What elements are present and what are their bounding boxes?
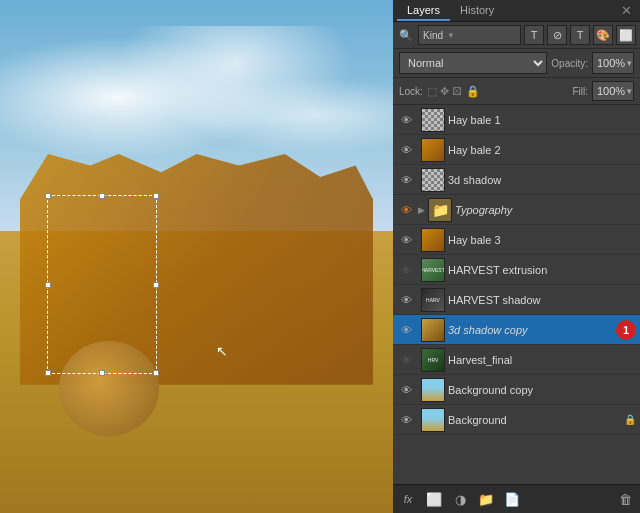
new-layer-button[interactable]: 📄 bbox=[501, 488, 523, 510]
fill-input[interactable]: 100% ▼ bbox=[592, 81, 634, 101]
layer-visibility-toggle[interactable]: 👁 bbox=[397, 291, 415, 309]
layer-name: Background copy bbox=[448, 384, 636, 396]
layer-row[interactable]: 👁▶📁Typography bbox=[393, 195, 640, 225]
kind-arrow: ▼ bbox=[447, 31, 455, 40]
layer-visibility-toggle[interactable]: 👁 bbox=[397, 351, 415, 369]
tab-history[interactable]: History bbox=[450, 1, 504, 21]
layer-thumbnail: HARV bbox=[421, 288, 445, 312]
filter-btn-3[interactable]: T bbox=[570, 25, 590, 45]
layer-thumbnail: 📁 bbox=[428, 198, 452, 222]
layer-name: Hay bale 3 bbox=[448, 234, 636, 246]
layer-visibility-toggle[interactable]: 👁 bbox=[397, 141, 415, 159]
layer-name: Typography bbox=[455, 204, 636, 216]
blend-bar: Normal Opacity: 100% ▼ bbox=[393, 49, 640, 78]
canvas-area: ↖ bbox=[0, 0, 393, 513]
layer-name: 3d shadow bbox=[448, 174, 636, 186]
filter-bar: 🔍 Kind ▼ T ⊘ T 🎨 ⬜ bbox=[393, 22, 640, 49]
layer-expand-arrow[interactable]: ▶ bbox=[418, 205, 425, 215]
layer-name: 3d shadow copy bbox=[448, 324, 613, 336]
panel-area: Layers History ✕ 🔍 Kind ▼ T ⊘ T 🎨 ⬜ Norm… bbox=[393, 0, 640, 513]
layer-thumbnail bbox=[421, 168, 445, 192]
layer-thumbnail bbox=[421, 318, 445, 342]
filter-btn-2[interactable]: ⊘ bbox=[547, 25, 567, 45]
lock-all-icon[interactable]: 🔒 bbox=[466, 85, 480, 98]
layer-thumbnail bbox=[421, 228, 445, 252]
layer-row[interactable]: 👁3d shadow bbox=[393, 165, 640, 195]
layer-visibility-toggle[interactable]: 👁 bbox=[397, 321, 415, 339]
layer-row[interactable]: 👁Hay bale 1 bbox=[393, 105, 640, 135]
layer-lock-icon: 🔒 bbox=[624, 414, 636, 425]
lock-artboard-icon[interactable]: ⛝ bbox=[452, 85, 463, 98]
layer-thumbnail: HARVEST bbox=[421, 258, 445, 282]
lock-label: Lock: bbox=[399, 86, 423, 97]
layer-thumbnail: HRV bbox=[421, 348, 445, 372]
panel-close-icon[interactable]: ✕ bbox=[617, 3, 636, 18]
hay-letters bbox=[20, 154, 374, 385]
layer-row[interactable]: 👁Hay bale 3 bbox=[393, 225, 640, 255]
filter-btn-4[interactable]: 🎨 bbox=[593, 25, 613, 45]
opacity-label: Opacity: bbox=[551, 58, 588, 69]
layer-name: Hay bale 1 bbox=[448, 114, 636, 126]
layer-row[interactable]: 👁HRVHarvest_final bbox=[393, 345, 640, 375]
layer-visibility-toggle[interactable]: 👁 bbox=[397, 201, 415, 219]
hay-bale bbox=[59, 341, 159, 436]
lock-icons: ⬚ ✥ ⛝ 🔒 bbox=[427, 85, 480, 98]
fill-arrow: ▼ bbox=[625, 87, 633, 96]
delete-button[interactable]: 🗑 bbox=[614, 488, 636, 510]
layer-row[interactable]: 👁Hay bale 2 bbox=[393, 135, 640, 165]
filter-btn-1[interactable]: T bbox=[524, 25, 544, 45]
lock-checker-icon[interactable]: ⬚ bbox=[427, 85, 437, 98]
tab-bar: Layers History ✕ bbox=[393, 0, 640, 22]
kind-filter[interactable]: Kind ▼ bbox=[418, 25, 521, 45]
new-group-button[interactable]: 📁 bbox=[475, 488, 497, 510]
layer-name: Background bbox=[448, 414, 621, 426]
layer-thumbnail bbox=[421, 138, 445, 162]
layer-visibility-toggle[interactable]: 👁 bbox=[397, 111, 415, 129]
kind-label: Kind bbox=[423, 30, 443, 41]
fill-label: Fill: bbox=[572, 86, 588, 97]
opacity-input[interactable]: 100% ▼ bbox=[592, 52, 634, 74]
layer-name: Hay bale 2 bbox=[448, 144, 636, 156]
layer-row[interactable]: 👁Background🔒 bbox=[393, 405, 640, 435]
layers-toolbar: fx ⬜ ◑ 📁 📄 🗑 bbox=[393, 484, 640, 513]
adjustment-button[interactable]: ◑ bbox=[449, 488, 471, 510]
layer-name: Harvest_final bbox=[448, 354, 636, 366]
tab-layers[interactable]: Layers bbox=[397, 1, 450, 21]
layer-thumbnail bbox=[421, 108, 445, 132]
fx-button[interactable]: fx bbox=[397, 488, 419, 510]
layer-thumbnail bbox=[421, 378, 445, 402]
blend-mode-select[interactable]: Normal bbox=[399, 52, 547, 74]
layer-row[interactable]: 👁Background copy bbox=[393, 375, 640, 405]
cursor: ↖ bbox=[216, 343, 228, 359]
layer-visibility-toggle[interactable]: 👁 bbox=[397, 231, 415, 249]
opacity-arrow: ▼ bbox=[625, 59, 633, 68]
add-mask-button[interactable]: ⬜ bbox=[423, 488, 445, 510]
layer-visibility-toggle[interactable]: 👁 bbox=[397, 171, 415, 189]
filter-btn-5[interactable]: ⬜ bbox=[616, 25, 636, 45]
opacity-value-text: 100% bbox=[597, 57, 625, 69]
layer-visibility-toggle[interactable]: 👁 bbox=[397, 261, 415, 279]
lock-bar: Lock: ⬚ ✥ ⛝ 🔒 Fill: 100% ▼ bbox=[393, 78, 640, 105]
layer-row[interactable]: 👁HARVHARVEST shadow bbox=[393, 285, 640, 315]
layer-visibility-toggle[interactable]: 👁 bbox=[397, 381, 415, 399]
lock-move-icon[interactable]: ✥ bbox=[440, 85, 449, 98]
layer-name: HARVEST shadow bbox=[448, 294, 636, 306]
layer-row[interactable]: 👁3d shadow copy1 bbox=[393, 315, 640, 345]
layer-name: HARVEST extrusion bbox=[448, 264, 636, 276]
layer-visibility-toggle[interactable]: 👁 bbox=[397, 411, 415, 429]
layers-list: 👁Hay bale 1👁Hay bale 2👁3d shadow👁▶📁Typog… bbox=[393, 105, 640, 484]
fill-value-text: 100% bbox=[597, 85, 625, 97]
layer-badge: 1 bbox=[616, 320, 636, 340]
layer-row[interactable]: 👁HARVESTHARVEST extrusion bbox=[393, 255, 640, 285]
layer-thumbnail bbox=[421, 408, 445, 432]
search-icon: 🔍 bbox=[397, 29, 415, 42]
